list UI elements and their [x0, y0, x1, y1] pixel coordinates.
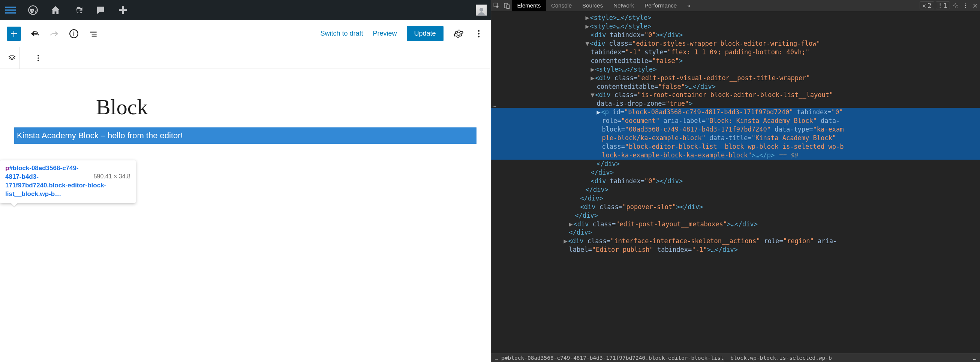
editor-toolbar: Switch to draft Preview Update	[0, 20, 491, 47]
devtools-settings-icon[interactable]	[951, 0, 961, 11]
wordpress-editor: Switch to draft Preview Update 590.41 × …	[0, 0, 491, 362]
error-badge[interactable]: ✕2	[920, 2, 934, 10]
tab-elements[interactable]: Elements	[512, 0, 546, 11]
kinsta-academy-block[interactable]: Kinsta Academy Block – hello from the ed…	[14, 127, 477, 144]
switch-to-draft-button[interactable]: Switch to draft	[320, 30, 363, 38]
device-toggle-icon[interactable]	[502, 0, 512, 11]
selected-dom-node[interactable]: ▶<p id="block-08ad3568-c749-4817-b4d3-17…	[491, 108, 980, 116]
svg-rect-1	[5, 10, 16, 11]
inspect-icon[interactable]	[491, 0, 502, 11]
svg-rect-13	[92, 34, 97, 35]
svg-point-16	[477, 33, 479, 34]
more-options-icon[interactable]	[474, 29, 484, 39]
devtools-more-icon[interactable]	[961, 0, 970, 11]
svg-rect-5	[119, 10, 127, 11]
svg-rect-14	[92, 36, 97, 37]
svg-point-25	[965, 3, 966, 4]
inspect-dimensions: 590.41 × 34.8	[94, 172, 130, 181]
devtools-breadcrumb[interactable]: … p#block-08ad3568-c749-4817-b4d3-171f97…	[491, 353, 980, 362]
settings-icon[interactable]	[453, 29, 464, 39]
block-options-icon[interactable]	[31, 54, 46, 62]
devtools-tabbar: Elements Console Sources Network Perform…	[491, 0, 980, 11]
wordpress-logo-icon[interactable]	[26, 3, 40, 17]
warning-badge[interactable]: !1	[936, 2, 950, 10]
svg-rect-8	[11, 33, 17, 34]
svg-point-6	[479, 8, 483, 12]
wp-admin-bar	[0, 0, 491, 20]
comment-icon[interactable]	[94, 3, 107, 17]
hamburger-icon[interactable]	[4, 3, 17, 17]
inspect-tag: p	[5, 165, 9, 171]
svg-point-24	[955, 5, 956, 6]
devtools-inspect-tooltip: 590.41 × 34.8 p#block-08ad3568-c749-4817…	[0, 160, 136, 203]
redo-icon[interactable]	[49, 28, 60, 39]
preview-button[interactable]: Preview	[373, 30, 397, 38]
svg-point-27	[965, 7, 966, 8]
block-toolbar	[0, 47, 491, 69]
undo-icon[interactable]	[29, 28, 40, 39]
post-title[interactable]: Kinsta A Block	[15, 95, 477, 119]
svg-point-15	[477, 30, 479, 32]
svg-point-18	[38, 55, 39, 56]
svg-point-20	[38, 60, 39, 61]
tab-more[interactable]: »	[682, 0, 695, 11]
svg-rect-2	[5, 13, 16, 14]
svg-point-19	[38, 57, 39, 59]
update-button[interactable]: Update	[407, 26, 444, 41]
svg-rect-23	[506, 5, 509, 8]
info-icon[interactable]	[68, 28, 80, 39]
svg-point-26	[965, 5, 966, 6]
devtools-close-icon[interactable]	[970, 0, 980, 11]
list-view-icon[interactable]	[88, 28, 99, 39]
svg-point-17	[477, 36, 479, 37]
editor-canvas[interactable]: 590.41 × 34.8 p#block-08ad3568-c749-4817…	[0, 69, 491, 362]
svg-rect-12	[90, 32, 96, 32]
refresh-icon[interactable]	[71, 3, 85, 17]
tab-network[interactable]: Network	[608, 0, 639, 11]
elements-panel[interactable]: ▶<style>…</style> ▶<style>…</style> <div…	[491, 11, 980, 353]
svg-rect-11	[73, 33, 74, 36]
gutter-ellipsis-icon: ⋯	[493, 102, 497, 111]
tab-console[interactable]: Console	[546, 0, 577, 11]
svg-rect-0	[5, 7, 16, 8]
tab-performance[interactable]: Performance	[639, 0, 682, 11]
block-type-icon[interactable]	[5, 47, 19, 69]
home-icon[interactable]	[49, 3, 62, 17]
tab-sources[interactable]: Sources	[577, 0, 608, 11]
svg-point-10	[73, 32, 75, 33]
inspect-selector: #block-08ad3568-c749-4817-b4d3-171f97bd7…	[5, 165, 106, 197]
add-block-button[interactable]	[7, 27, 21, 41]
plus-icon[interactable]	[116, 3, 130, 17]
user-avatar[interactable]	[476, 5, 487, 16]
chrome-devtools: Elements Console Sources Network Perform…	[491, 0, 980, 362]
